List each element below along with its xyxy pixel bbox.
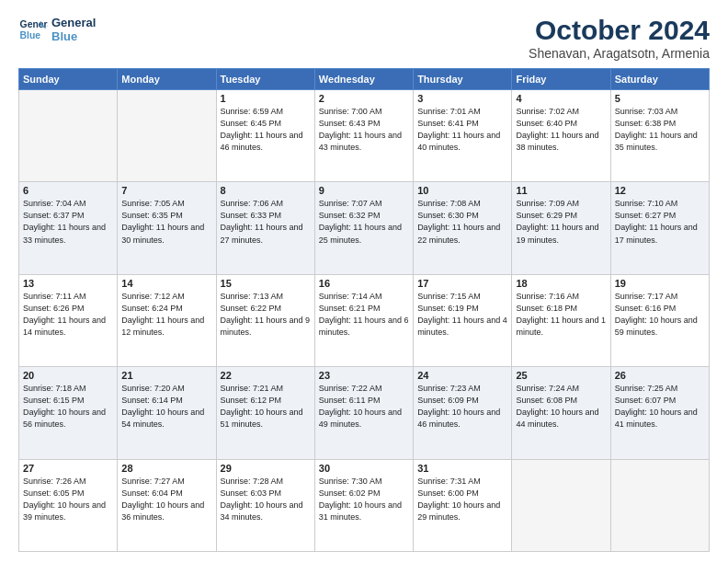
day-number: 12 [615,185,705,196]
header-wednesday: Wednesday [314,69,413,90]
day-number: 24 [417,370,507,381]
calendar-table: Sunday Monday Tuesday Wednesday Thursday… [18,68,710,552]
calendar-cell: 22Sunrise: 7:21 AM Sunset: 6:12 PM Dayli… [216,367,314,459]
logo-icon: General Blue [18,15,48,44]
day-info: Sunrise: 7:20 AM Sunset: 6:14 PM Dayligh… [121,383,211,431]
day-info: Sunrise: 7:25 AM Sunset: 6:07 PM Dayligh… [615,383,705,431]
calendar-cell: 8Sunrise: 7:06 AM Sunset: 6:33 PM Daylig… [216,182,314,274]
calendar-cell: 5Sunrise: 7:03 AM Sunset: 6:38 PM Daylig… [610,90,709,182]
header-thursday: Thursday [414,69,512,90]
day-number: 2 [319,93,409,104]
day-info: Sunrise: 7:23 AM Sunset: 6:09 PM Dayligh… [417,383,507,431]
day-info: Sunrise: 7:12 AM Sunset: 6:24 PM Dayligh… [121,291,211,339]
logo: General Blue General Blue [18,15,96,44]
calendar-cell: 26Sunrise: 7:25 AM Sunset: 6:07 PM Dayli… [610,367,709,459]
day-info: Sunrise: 7:10 AM Sunset: 6:27 PM Dayligh… [615,198,705,246]
day-number: 18 [516,278,606,289]
day-info: Sunrise: 6:59 AM Sunset: 6:45 PM Dayligh… [221,106,311,154]
day-info: Sunrise: 7:01 AM Sunset: 6:41 PM Dayligh… [417,106,507,154]
calendar-cell: 27Sunrise: 7:26 AM Sunset: 6:05 PM Dayli… [19,459,118,551]
day-number: 13 [23,278,113,289]
day-info: Sunrise: 7:21 AM Sunset: 6:12 PM Dayligh… [221,383,311,431]
main-title: October 2024 [529,15,710,46]
day-info: Sunrise: 7:05 AM Sunset: 6:35 PM Dayligh… [121,198,211,246]
day-info: Sunrise: 7:30 AM Sunset: 6:02 PM Dayligh… [319,476,409,523]
calendar-cell: 7Sunrise: 7:05 AM Sunset: 6:35 PM Daylig… [118,182,216,274]
calendar-cell: 2Sunrise: 7:00 AM Sunset: 6:43 PM Daylig… [314,90,413,182]
day-number: 22 [221,370,311,381]
calendar-cell: 25Sunrise: 7:24 AM Sunset: 6:08 PM Dayli… [512,367,610,459]
calendar-cell: 9Sunrise: 7:07 AM Sunset: 6:32 PM Daylig… [314,182,413,274]
day-number: 26 [615,370,705,381]
calendar-cell: 3Sunrise: 7:01 AM Sunset: 6:41 PM Daylig… [414,90,512,182]
day-info: Sunrise: 7:18 AM Sunset: 6:15 PM Dayligh… [23,383,113,431]
day-number: 16 [319,278,409,289]
day-info: Sunrise: 7:31 AM Sunset: 6:00 PM Dayligh… [417,476,507,523]
day-number: 23 [319,370,409,381]
calendar-cell: 17Sunrise: 7:15 AM Sunset: 6:19 PM Dayli… [414,274,512,366]
day-info: Sunrise: 7:02 AM Sunset: 6:40 PM Dayligh… [516,106,606,154]
day-info: Sunrise: 7:00 AM Sunset: 6:43 PM Dayligh… [319,106,409,154]
day-info: Sunrise: 7:27 AM Sunset: 6:04 PM Dayligh… [121,476,211,523]
day-info: Sunrise: 7:14 AM Sunset: 6:21 PM Dayligh… [319,291,409,339]
calendar-cell: 23Sunrise: 7:22 AM Sunset: 6:11 PM Dayli… [314,367,413,459]
day-number: 4 [516,93,606,104]
title-block: October 2024 Shenavan, Aragatsotn, Armen… [529,15,710,61]
day-info: Sunrise: 7:04 AM Sunset: 6:37 PM Dayligh… [23,198,113,246]
header-saturday: Saturday [610,69,709,90]
calendar-cell: 30Sunrise: 7:30 AM Sunset: 6:02 PM Dayli… [314,459,413,551]
calendar-cell: 18Sunrise: 7:16 AM Sunset: 6:18 PM Dayli… [512,274,610,366]
calendar-cell: 13Sunrise: 7:11 AM Sunset: 6:26 PM Dayli… [19,274,118,366]
day-info: Sunrise: 7:11 AM Sunset: 6:26 PM Dayligh… [23,291,113,339]
day-info: Sunrise: 7:08 AM Sunset: 6:30 PM Dayligh… [417,198,507,246]
day-number: 19 [615,278,705,289]
calendar-row: 20Sunrise: 7:18 AM Sunset: 6:15 PM Dayli… [19,367,710,459]
header-monday: Monday [118,69,216,90]
day-info: Sunrise: 7:22 AM Sunset: 6:11 PM Dayligh… [319,383,409,431]
day-number: 5 [615,93,705,104]
calendar-cell: 29Sunrise: 7:28 AM Sunset: 6:03 PM Dayli… [216,459,314,551]
calendar-cell: 10Sunrise: 7:08 AM Sunset: 6:30 PM Dayli… [414,182,512,274]
subtitle: Shenavan, Aragatsotn, Armenia [529,46,710,61]
header-friday: Friday [512,69,610,90]
day-info: Sunrise: 7:07 AM Sunset: 6:32 PM Dayligh… [319,198,409,246]
day-number: 11 [516,185,606,196]
calendar-cell: 28Sunrise: 7:27 AM Sunset: 6:04 PM Dayli… [118,459,216,551]
day-info: Sunrise: 7:09 AM Sunset: 6:29 PM Dayligh… [516,198,606,246]
calendar-cell [19,90,118,182]
day-number: 10 [417,185,507,196]
header: General Blue General Blue October 2024 S… [18,15,710,61]
calendar-cell: 6Sunrise: 7:04 AM Sunset: 6:37 PM Daylig… [19,182,118,274]
day-number: 17 [417,278,507,289]
calendar-row: 27Sunrise: 7:26 AM Sunset: 6:05 PM Dayli… [19,459,710,551]
day-info: Sunrise: 7:16 AM Sunset: 6:18 PM Dayligh… [516,291,606,339]
calendar-cell: 11Sunrise: 7:09 AM Sunset: 6:29 PM Dayli… [512,182,610,274]
svg-text:General: General [20,19,48,29]
calendar-cell: 31Sunrise: 7:31 AM Sunset: 6:00 PM Dayli… [414,459,512,551]
day-number: 1 [221,93,311,104]
header-sunday: Sunday [19,69,118,90]
day-number: 27 [23,463,113,474]
day-info: Sunrise: 7:28 AM Sunset: 6:03 PM Dayligh… [221,476,311,523]
day-number: 8 [221,185,311,196]
day-info: Sunrise: 7:15 AM Sunset: 6:19 PM Dayligh… [417,291,507,339]
day-number: 28 [121,463,211,474]
day-info: Sunrise: 7:06 AM Sunset: 6:33 PM Dayligh… [221,198,311,246]
svg-text:Blue: Blue [20,30,41,40]
day-number: 6 [23,185,113,196]
calendar-cell: 15Sunrise: 7:13 AM Sunset: 6:22 PM Dayli… [216,274,314,366]
calendar-cell: 1Sunrise: 6:59 AM Sunset: 6:45 PM Daylig… [216,90,314,182]
day-info: Sunrise: 7:24 AM Sunset: 6:08 PM Dayligh… [516,383,606,431]
day-number: 9 [319,185,409,196]
day-info: Sunrise: 7:03 AM Sunset: 6:38 PM Dayligh… [615,106,705,154]
day-info: Sunrise: 7:13 AM Sunset: 6:22 PM Dayligh… [221,291,311,339]
header-tuesday: Tuesday [216,69,314,90]
calendar-cell: 24Sunrise: 7:23 AM Sunset: 6:09 PM Dayli… [414,367,512,459]
day-number: 31 [417,463,507,474]
day-info: Sunrise: 7:26 AM Sunset: 6:05 PM Dayligh… [23,476,113,523]
calendar-row: 1Sunrise: 6:59 AM Sunset: 6:45 PM Daylig… [19,90,710,182]
calendar-cell: 21Sunrise: 7:20 AM Sunset: 6:14 PM Dayli… [118,367,216,459]
logo-text: General Blue [51,16,96,43]
day-number: 20 [23,370,113,381]
day-number: 15 [221,278,311,289]
